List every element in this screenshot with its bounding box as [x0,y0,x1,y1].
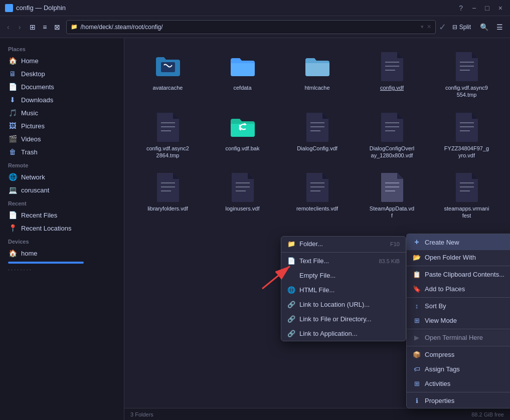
context-menu-item-view-mode[interactable]: ⊞ View Mode › [407,313,510,328]
sidebar-item-label: Recent Files [21,212,57,219]
create-new-icon: + [413,238,421,247]
context-menu-label-create-new: Create New [425,239,459,246]
forward-button[interactable]: › [16,21,24,33]
context-menu-item-activities[interactable]: ⊞ Activities › [407,376,510,391]
search-button[interactable]: 🔍 [477,21,491,33]
storage-dots: · · · · · · · · [0,266,124,274]
submenu-item-folder[interactable]: 📁 Folder... F10 [281,237,406,251]
minimize-button[interactable]: − [469,3,478,13]
terminal-icon: ▶ [413,334,421,341]
toolbar: ‹ › ⊞ ≡ ⊠ 📁 /home/deck/.steam/root/confi… [0,16,510,38]
sidebar-item-pictures[interactable]: 🖼 Pictures [0,119,124,132]
context-menu-label-compress: Compress [425,351,454,358]
trash-icon: 🗑 [8,148,17,156]
compress-icon: 📦 [413,351,421,358]
desktop-icon: 🖥 [8,70,17,78]
sidebar-item-music[interactable]: 🎵 Music [0,106,124,119]
submenu-item-label: Text File... [299,257,329,265]
view-mode-icon: ⊞ [413,317,421,324]
split-label: Split [459,24,471,31]
context-menu-item-create-new[interactable]: + Create New › [407,234,510,250]
activities-icon: ⊞ [413,380,421,387]
compact-view-button[interactable]: ⊠ [51,21,63,33]
html-file-icon: 🌐 [287,286,295,294]
submenu-item-html-file[interactable]: 🌐 HTML File... [281,283,406,297]
shortcut-size: 83.5 KiB [379,258,400,264]
maximize-button[interactable]: □ [482,3,491,13]
file-area: avatarcache cefdata [124,38,510,420]
sidebar-item-desktop[interactable]: 🖥 Desktop [0,67,124,80]
sidebar-item-network[interactable]: 🌐 Network [0,170,124,183]
submenu-item-text-file[interactable]: 📄 Text File... 83.5 KiB [281,254,406,268]
context-menu-item-sort-by[interactable]: ↕ Sort By › [407,299,510,313]
context-menu-item-paste[interactable]: 📋 Paste Clipboard Contents... Ctrl+V [407,267,510,282]
separator-1 [407,266,510,266]
sidebar: Places 🏠 Home 🖥 Desktop 📄 Documents ⬇ Do… [0,38,124,420]
context-menu-item-terminal[interactable]: ▶ Open Terminal Here Alt+Shift+F4 [407,330,510,345]
context-menu-item-add-places[interactable]: 🔖 Add to Places [407,282,510,296]
sidebar-item-home-device[interactable]: 🏠 home [0,247,124,260]
documents-icon: 📄 [8,83,17,91]
shortcut-f10: F10 [390,241,400,247]
split-icon: ⊟ [452,24,457,31]
sidebar-item-label: Trash [21,148,38,156]
submenu-item-link-file[interactable]: 🔗 Link to File or Directory... [281,312,406,326]
menu-button[interactable]: ☰ [493,21,506,33]
home-icon: 🏠 [8,57,17,65]
context-menu-item-open-folder-with[interactable]: 📂 Open Folder With › [407,250,510,265]
context-menu-item-compress[interactable]: 📦 Compress › [407,347,510,362]
app-icon [5,4,13,12]
add-places-icon: 🔖 [413,285,421,293]
help-button[interactable]: ? [456,3,465,13]
submenu-item-label: Folder... [299,240,323,248]
titlebar-left: config — Dolphin [5,4,66,12]
folder-icon: 📁 [71,24,78,30]
list-view-button[interactable]: ≡ [40,21,50,33]
submenu-item-link-location[interactable]: 🔗 Link to Location (URL)... [281,297,406,312]
devices-section-title: Devices [0,235,124,247]
submenu-create-new: 📁 Folder... F10 📄 Text File... 83.5 KiB … [281,236,406,341]
properties-icon: ℹ [413,397,421,404]
icon-view-button[interactable]: ⊞ [27,21,39,33]
recent-section-title: Recent [0,196,124,208]
address-bar[interactable]: 📁 /home/deck/.steam/root/config/ ▾ ✕ [66,20,436,34]
context-menu-label-activities: Activities [425,380,450,387]
main-context-menu: + Create New › 📂 Open Folder With › 📋 Pa… [406,234,510,408]
context-menu-label-view-mode: View Mode [425,317,457,324]
network-icon: 🌐 [8,173,17,181]
sidebar-item-home[interactable]: 🏠 Home [0,54,124,67]
context-menu-label-properties: Properties [425,397,454,404]
sidebar-item-recent-locations[interactable]: 📍 Recent Locations [0,222,124,235]
context-menu-item-properties[interactable]: ℹ Properties Alt+Return [407,393,510,408]
sidebar-item-downloads[interactable]: ⬇ Downloads [0,93,124,106]
downloads-icon: ⬇ [8,96,17,104]
address-dropdown-icon: ▾ [421,24,424,30]
sidebar-item-label: Videos [21,135,41,143]
link-file-icon: 🔗 [287,315,295,323]
sidebar-item-label: Downloads [21,96,53,104]
sidebar-item-videos[interactable]: 🎬 Videos [0,132,124,145]
sidebar-item-label: coruscant [21,186,49,194]
submenu-item-label: Link to File or Directory... [299,315,372,323]
paste-icon: 📋 [413,271,421,278]
context-menu-item-assign-tags[interactable]: 🏷 Assign Tags › [407,362,510,376]
address-clear-icon[interactable]: ✕ [427,24,431,30]
submenu-item-empty-file[interactable]: Empty File... [281,268,406,283]
sidebar-item-documents[interactable]: 📄 Documents [0,80,124,93]
submenu-item-label: Link to Location (URL)... [299,301,370,308]
sidebar-item-coruscant[interactable]: 💻 coruscant [0,183,124,196]
text-file-icon: 📄 [287,257,295,265]
sidebar-item-label: home [21,250,38,257]
sidebar-item-label: Pictures [21,122,45,130]
remote-section-title: Remote [0,158,124,170]
sidebar-item-recent-files[interactable]: 📄 Recent Files [0,208,124,222]
recent-locations-icon: 📍 [8,224,17,232]
computer-icon: 💻 [8,186,17,194]
close-button[interactable]: × [496,3,505,13]
split-button[interactable]: ⊟ Split [448,22,475,33]
submenu-item-link-app[interactable]: 🔗 Link to Application... [281,326,406,341]
pictures-icon: 🖼 [8,122,17,130]
sidebar-item-trash[interactable]: 🗑 Trash [0,145,124,158]
sidebar-item-label: Home [21,57,39,65]
back-button[interactable]: ‹ [4,21,13,33]
